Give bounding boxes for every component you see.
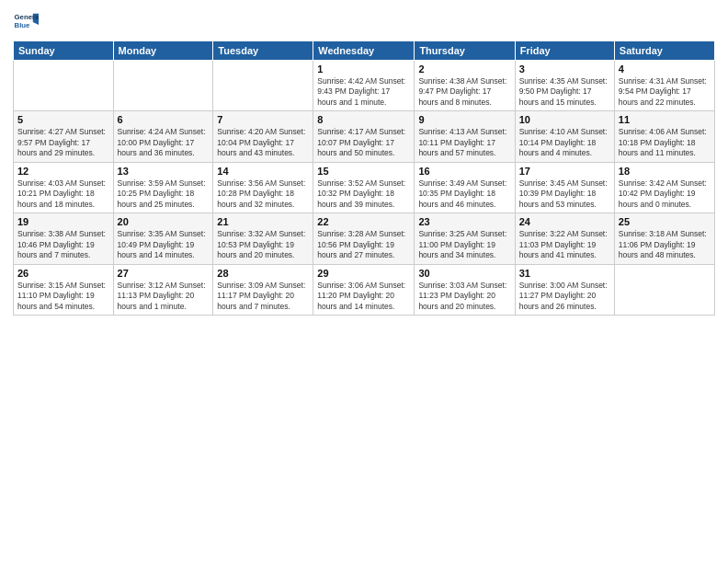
day-number: 13 [118, 166, 210, 177]
day-info: Sunrise: 4:13 AM Sunset: 10:11 PM Daylig… [418, 127, 510, 158]
day-cell: 12Sunrise: 4:03 AM Sunset: 10:21 PM Dayl… [14, 162, 114, 213]
day-number: 9 [418, 114, 510, 125]
day-cell: 18Sunrise: 3:42 AM Sunset: 10:42 PM Dayl… [614, 162, 714, 213]
day-number: 11 [619, 114, 711, 125]
day-cell: 21Sunrise: 3:32 AM Sunset: 10:53 PM Dayl… [213, 213, 313, 264]
week-row-2: 5Sunrise: 4:27 AM Sunset: 9:57 PM Daylig… [14, 111, 715, 162]
day-cell [113, 61, 213, 111]
day-number: 6 [118, 114, 210, 125]
day-cell: 5Sunrise: 4:27 AM Sunset: 9:57 PM Daylig… [14, 111, 114, 162]
week-row-5: 26Sunrise: 3:15 AM Sunset: 11:10 PM Dayl… [14, 264, 715, 315]
day-info: Sunrise: 3:38 AM Sunset: 10:46 PM Daylig… [17, 229, 109, 260]
day-cell: 28Sunrise: 3:09 AM Sunset: 11:17 PM Dayl… [213, 264, 313, 315]
day-number: 4 [619, 63, 711, 75]
weekday-header-saturday: Saturday [614, 41, 714, 61]
day-info: Sunrise: 3:03 AM Sunset: 11:23 PM Daylig… [418, 281, 510, 312]
day-cell: 31Sunrise: 3:00 AM Sunset: 11:27 PM Dayl… [515, 264, 614, 315]
day-info: Sunrise: 4:17 AM Sunset: 10:07 PM Daylig… [317, 127, 410, 158]
day-info: Sunrise: 3:59 AM Sunset: 10:25 PM Daylig… [118, 178, 210, 210]
day-number: 14 [217, 166, 309, 177]
logo: General Blue [13, 9, 39, 35]
day-number: 31 [519, 268, 610, 279]
day-number: 28 [217, 268, 309, 279]
day-info: Sunrise: 4:38 AM Sunset: 9:47 PM Dayligh… [418, 76, 510, 108]
day-cell [614, 264, 714, 315]
day-number: 12 [17, 166, 109, 177]
day-info: Sunrise: 3:06 AM Sunset: 11:20 PM Daylig… [317, 281, 410, 312]
day-number: 17 [519, 166, 610, 177]
day-info: Sunrise: 3:28 AM Sunset: 10:56 PM Daylig… [317, 229, 410, 260]
day-number: 10 [519, 114, 610, 125]
day-number: 21 [217, 216, 309, 227]
day-number: 29 [317, 268, 410, 279]
day-number: 27 [118, 268, 210, 279]
day-number: 15 [317, 166, 410, 177]
day-info: Sunrise: 4:24 AM Sunset: 10:00 PM Daylig… [118, 127, 210, 158]
day-number: 19 [17, 216, 109, 227]
day-number: 22 [317, 216, 410, 227]
day-cell: 7Sunrise: 4:20 AM Sunset: 10:04 PM Dayli… [213, 111, 313, 162]
day-cell: 25Sunrise: 3:18 AM Sunset: 11:06 PM Dayl… [614, 213, 714, 264]
day-number: 16 [418, 166, 510, 177]
day-info: Sunrise: 3:56 AM Sunset: 10:28 PM Daylig… [217, 178, 309, 210]
day-cell: 29Sunrise: 3:06 AM Sunset: 11:20 PM Dayl… [313, 264, 415, 315]
header: General Blue [13, 9, 715, 35]
weekday-header-sunday: Sunday [14, 41, 114, 61]
day-info: Sunrise: 4:10 AM Sunset: 10:14 PM Daylig… [519, 127, 610, 158]
day-info: Sunrise: 3:49 AM Sunset: 10:35 PM Daylig… [418, 178, 510, 210]
day-cell: 11Sunrise: 4:06 AM Sunset: 10:18 PM Dayl… [614, 111, 714, 162]
day-cell: 1Sunrise: 4:42 AM Sunset: 9:43 PM Daylig… [313, 61, 415, 111]
day-cell: 2Sunrise: 4:38 AM Sunset: 9:47 PM Daylig… [415, 61, 515, 111]
week-row-3: 12Sunrise: 4:03 AM Sunset: 10:21 PM Dayl… [14, 162, 715, 213]
weekday-header-monday: Monday [113, 41, 213, 61]
day-cell: 20Sunrise: 3:35 AM Sunset: 10:49 PM Dayl… [113, 213, 213, 264]
day-cell: 3Sunrise: 4:35 AM Sunset: 9:50 PM Daylig… [515, 61, 614, 111]
day-number: 23 [418, 216, 510, 227]
day-cell: 4Sunrise: 4:31 AM Sunset: 9:54 PM Daylig… [614, 61, 714, 111]
day-cell: 19Sunrise: 3:38 AM Sunset: 10:46 PM Dayl… [14, 213, 114, 264]
day-cell: 10Sunrise: 4:10 AM Sunset: 10:14 PM Dayl… [515, 111, 614, 162]
day-cell: 24Sunrise: 3:22 AM Sunset: 11:03 PM Dayl… [515, 213, 614, 264]
day-cell: 13Sunrise: 3:59 AM Sunset: 10:25 PM Dayl… [113, 162, 213, 213]
day-info: Sunrise: 3:09 AM Sunset: 11:17 PM Daylig… [217, 281, 309, 312]
day-info: Sunrise: 4:20 AM Sunset: 10:04 PM Daylig… [217, 127, 309, 158]
day-info: Sunrise: 3:52 AM Sunset: 10:32 PM Daylig… [317, 178, 410, 210]
day-info: Sunrise: 4:42 AM Sunset: 9:43 PM Dayligh… [317, 76, 410, 108]
day-info: Sunrise: 4:31 AM Sunset: 9:54 PM Dayligh… [619, 76, 711, 108]
day-number: 7 [217, 114, 309, 125]
day-info: Sunrise: 4:06 AM Sunset: 10:18 PM Daylig… [619, 127, 711, 158]
day-cell: 23Sunrise: 3:25 AM Sunset: 11:00 PM Dayl… [415, 213, 515, 264]
day-cell: 14Sunrise: 3:56 AM Sunset: 10:28 PM Dayl… [213, 162, 313, 213]
week-row-4: 19Sunrise: 3:38 AM Sunset: 10:46 PM Dayl… [14, 213, 715, 264]
day-info: Sunrise: 3:42 AM Sunset: 10:42 PM Daylig… [619, 178, 711, 210]
day-cell: 17Sunrise: 3:45 AM Sunset: 10:39 PM Dayl… [515, 162, 614, 213]
day-info: Sunrise: 3:18 AM Sunset: 11:06 PM Daylig… [619, 229, 711, 260]
weekday-header-tuesday: Tuesday [213, 41, 313, 61]
day-cell: 26Sunrise: 3:15 AM Sunset: 11:10 PM Dayl… [14, 264, 114, 315]
day-cell: 27Sunrise: 3:12 AM Sunset: 11:13 PM Dayl… [113, 264, 213, 315]
day-info: Sunrise: 3:22 AM Sunset: 11:03 PM Daylig… [519, 229, 610, 260]
day-info: Sunrise: 4:03 AM Sunset: 10:21 PM Daylig… [17, 178, 109, 210]
day-cell: 16Sunrise: 3:49 AM Sunset: 10:35 PM Dayl… [415, 162, 515, 213]
weekday-header-wednesday: Wednesday [313, 41, 415, 61]
week-row-1: 1Sunrise: 4:42 AM Sunset: 9:43 PM Daylig… [14, 61, 715, 111]
day-info: Sunrise: 3:45 AM Sunset: 10:39 PM Daylig… [519, 178, 610, 210]
weekday-header-row: SundayMondayTuesdayWednesdayThursdayFrid… [14, 41, 715, 61]
day-number: 8 [317, 114, 410, 125]
day-number: 20 [118, 216, 210, 227]
day-cell: 8Sunrise: 4:17 AM Sunset: 10:07 PM Dayli… [313, 111, 415, 162]
calendar-table: SundayMondayTuesdayWednesdayThursdayFrid… [13, 40, 715, 316]
day-cell: 6Sunrise: 4:24 AM Sunset: 10:00 PM Dayli… [113, 111, 213, 162]
weekday-header-friday: Friday [515, 41, 614, 61]
day-number: 18 [619, 166, 711, 177]
day-info: Sunrise: 3:25 AM Sunset: 11:00 PM Daylig… [418, 229, 510, 260]
page: General Blue SundayMondayTuesdayWednesda… [0, 0, 728, 325]
day-info: Sunrise: 4:35 AM Sunset: 9:50 PM Dayligh… [519, 76, 610, 108]
logo-icon: General Blue [13, 9, 39, 35]
day-info: Sunrise: 3:12 AM Sunset: 11:13 PM Daylig… [118, 281, 210, 312]
day-number: 30 [418, 268, 510, 279]
day-info: Sunrise: 3:15 AM Sunset: 11:10 PM Daylig… [17, 281, 109, 312]
svg-text:General: General [15, 13, 39, 21]
day-cell: 9Sunrise: 4:13 AM Sunset: 10:11 PM Dayli… [415, 111, 515, 162]
day-info: Sunrise: 3:35 AM Sunset: 10:49 PM Daylig… [118, 229, 210, 260]
